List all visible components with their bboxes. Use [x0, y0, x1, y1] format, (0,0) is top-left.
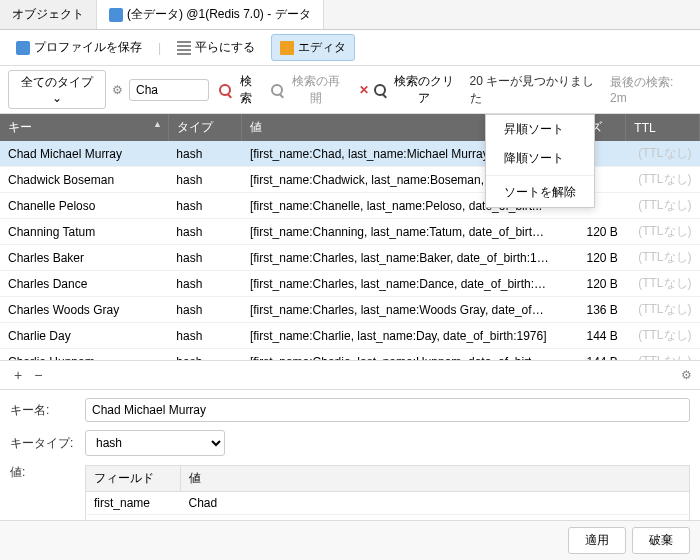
key-type-select[interactable]: hash	[85, 430, 225, 456]
research-icon	[271, 84, 283, 96]
search-icon	[374, 84, 386, 96]
tab-label: オブジェクト	[12, 6, 84, 23]
row-toolbar: + − ⚙	[0, 360, 700, 390]
key-type-label: キータイプ:	[10, 435, 85, 452]
tab-label: (全データ) @1(Redis 7.0) - データ	[127, 6, 311, 23]
search-button[interactable]: 検索	[215, 71, 261, 109]
add-row-button[interactable]: +	[8, 365, 28, 385]
discard-button[interactable]: 破棄	[632, 527, 690, 554]
data-table-container: キー▲ タイプ 値 サイズ TTL Chad Michael Murrayhas…	[0, 114, 700, 360]
data-table: キー▲ タイプ 値 サイズ TTL Chad Michael Murrayhas…	[0, 114, 700, 360]
flatten-icon	[177, 41, 191, 55]
toolbar: プロファイルを保存 | 平らにする エディタ	[0, 30, 700, 66]
menu-sort-asc[interactable]: 昇順ソート	[486, 115, 594, 144]
apply-button[interactable]: 適用	[568, 527, 626, 554]
key-name-input[interactable]	[85, 398, 690, 422]
footer: 適用 破棄	[0, 520, 700, 560]
save-icon	[16, 41, 30, 55]
tab-data[interactable]: (全データ) @1(Redis 7.0) - データ	[97, 0, 324, 29]
value-label: 値:	[10, 464, 85, 481]
table-row[interactable]: Charlie Hunnamhash[first_name:Charlie, l…	[0, 349, 700, 361]
last-search-label: 最後の検索: 2m	[610, 74, 692, 105]
type-filter-dropdown[interactable]: 全てのタイプ ⌄	[8, 70, 106, 109]
search-bar: 全てのタイプ ⌄ ⚙ 検索 検索の再開 ✕検索のクリア 20 キーが見つかりまし…	[0, 66, 700, 114]
tab-bar: オブジェクト (全データ) @1(Redis 7.0) - データ	[0, 0, 700, 30]
search-icon	[219, 84, 231, 96]
menu-sort-clear[interactable]: ソートを解除	[486, 178, 594, 207]
gear-icon[interactable]: ⚙	[112, 83, 123, 97]
chevron-down-icon: ⌄	[52, 91, 62, 105]
editor-button[interactable]: エディタ	[271, 34, 355, 61]
menu-sort-desc[interactable]: 降順ソート	[486, 144, 594, 173]
field-header-value[interactable]: 値	[181, 466, 690, 492]
remove-row-button[interactable]: −	[28, 365, 48, 385]
db-icon	[109, 8, 123, 22]
field-header-name[interactable]: フィールド	[86, 466, 181, 492]
field-row[interactable]: first_nameChad	[86, 492, 690, 515]
flatten-button[interactable]: 平らにする	[169, 35, 263, 60]
clear-search-button[interactable]: ✕検索のクリア	[355, 71, 463, 109]
table-row[interactable]: Charles Woods Grayhash[first_name:Charle…	[0, 297, 700, 323]
gear-icon[interactable]: ⚙	[681, 368, 692, 382]
edit-icon	[280, 41, 294, 55]
search-input[interactable]	[129, 79, 209, 101]
tab-objects[interactable]: オブジェクト	[0, 0, 97, 29]
research-button[interactable]: 検索の再開	[267, 71, 349, 109]
clear-x-icon: ✕	[359, 83, 369, 97]
search-result-count: 20 キーが見つかりました	[470, 73, 604, 107]
key-name-label: キー名:	[10, 402, 85, 419]
col-header-type[interactable]: タイプ	[168, 114, 242, 141]
table-row[interactable]: Charles Dancehash[first_name:Charles, la…	[0, 271, 700, 297]
sort-context-menu: 昇順ソート 降順ソート ソートを解除	[485, 114, 595, 208]
table-row[interactable]: Channing Tatumhash[first_name:Channing, …	[0, 219, 700, 245]
table-row[interactable]: Charles Bakerhash[first_name:Charles, la…	[0, 245, 700, 271]
save-profile-button[interactable]: プロファイルを保存	[8, 35, 150, 60]
table-row[interactable]: Charlie Dayhash[first_name:Charlie, last…	[0, 323, 700, 349]
sort-asc-icon: ▲	[153, 119, 162, 129]
col-header-ttl[interactable]: TTL	[626, 114, 700, 141]
col-header-key[interactable]: キー▲	[0, 114, 168, 141]
